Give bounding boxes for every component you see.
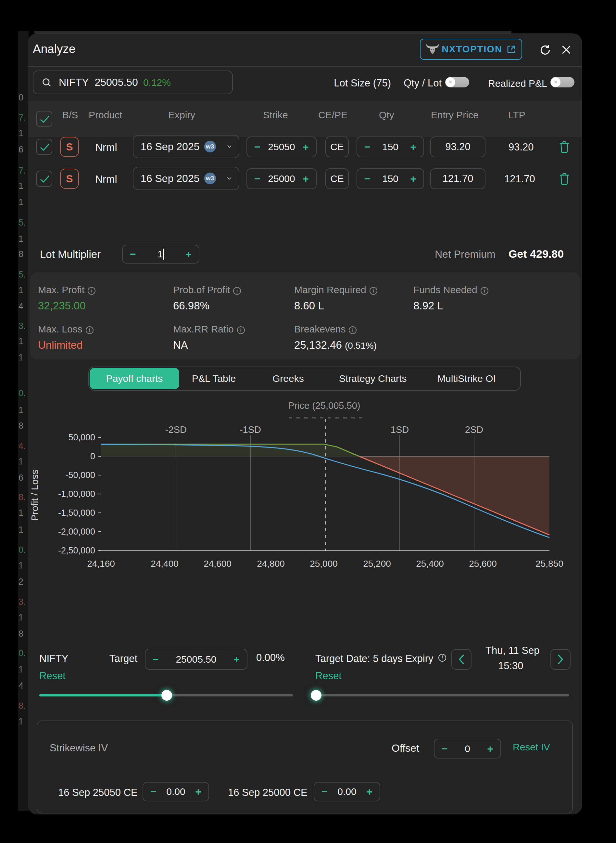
svg-text:24,600: 24,600 bbox=[204, 559, 232, 569]
svg-text:24,160: 24,160 bbox=[87, 559, 115, 569]
svg-text:24,400: 24,400 bbox=[151, 559, 179, 569]
svg-text:-2,50,000: -2,50,000 bbox=[58, 546, 95, 555]
svg-text:-1SD: -1SD bbox=[240, 424, 261, 435]
svg-text:50,000: 50,000 bbox=[68, 433, 95, 442]
svg-text:-1,00,000: -1,00,000 bbox=[58, 489, 95, 499]
svg-text:25,600: 25,600 bbox=[469, 559, 497, 569]
svg-text:25,200: 25,200 bbox=[363, 559, 391, 569]
svg-text:-50,000: -50,000 bbox=[65, 470, 95, 480]
svg-text:-2,00,000: -2,00,000 bbox=[58, 527, 95, 537]
svg-text:25,850: 25,850 bbox=[535, 559, 563, 569]
svg-text:25,000: 25,000 bbox=[310, 559, 338, 569]
svg-text:Profit / Loss: Profit / Loss bbox=[29, 469, 40, 521]
svg-text:25,400: 25,400 bbox=[416, 559, 444, 569]
svg-text:1SD: 1SD bbox=[391, 424, 409, 435]
svg-text:-1,50,000: -1,50,000 bbox=[58, 508, 95, 518]
svg-text:24,800: 24,800 bbox=[257, 559, 285, 569]
svg-text:-2SD: -2SD bbox=[165, 424, 187, 435]
svg-text:2SD: 2SD bbox=[465, 424, 483, 435]
svg-text:0: 0 bbox=[90, 452, 95, 461]
